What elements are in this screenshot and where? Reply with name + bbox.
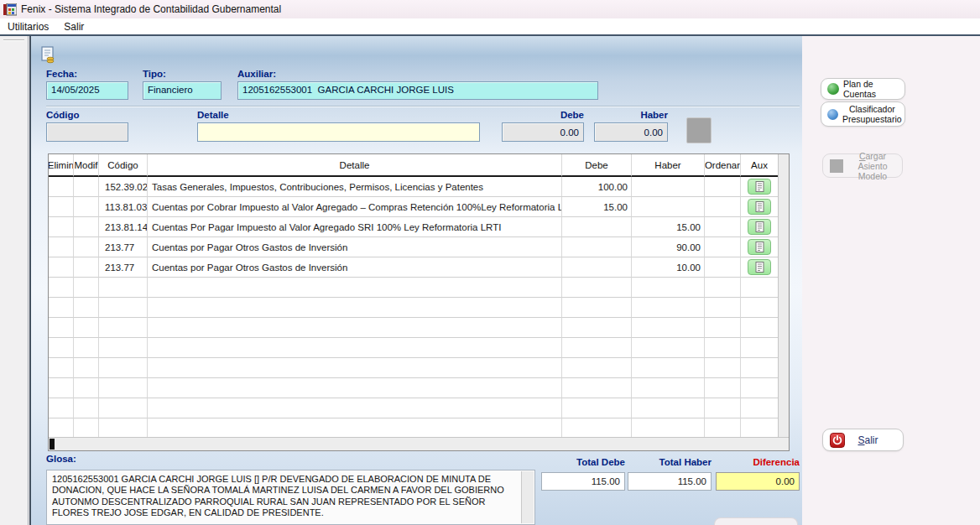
salir-label: Salir bbox=[845, 434, 903, 446]
codigo-cell: 213.81.14 bbox=[99, 217, 148, 237]
empty-table-row[interactable] bbox=[49, 398, 779, 418]
fecha-input[interactable]: 14/05/2025 bbox=[46, 81, 128, 100]
debe-input[interactable]: 0.00 bbox=[502, 122, 584, 142]
haber-cell: 10.00 bbox=[632, 257, 705, 278]
aux-button[interactable] bbox=[748, 219, 771, 235]
modif-cell[interactable] bbox=[74, 257, 99, 278]
blue-sphere-icon bbox=[827, 109, 838, 120]
empty-table-row[interactable] bbox=[49, 278, 779, 298]
app-icon bbox=[3, 3, 17, 16]
modif-cell[interactable] bbox=[74, 237, 99, 257]
power-icon bbox=[830, 433, 845, 448]
glosa-scrollbar[interactable] bbox=[521, 471, 534, 523]
auxiliar-input[interactable]: 1205162553001 GARCIA CARCHI JORGE LUIS bbox=[237, 81, 598, 100]
ordenar-cell[interactable] bbox=[705, 217, 741, 237]
debe-cell bbox=[562, 237, 632, 257]
aux-cell bbox=[741, 177, 778, 197]
codigo-cell: 213.77 bbox=[99, 237, 148, 257]
header-aux: Aux bbox=[741, 154, 778, 177]
aux-button[interactable] bbox=[748, 199, 771, 215]
cargar-asiento-modelo-button[interactable]: Cargar Asiento Modelo bbox=[822, 153, 903, 178]
app-window: Fenix - Sistema Integrado de Contabilida… bbox=[0, 0, 980, 525]
table-row[interactable]: 213.81.14 Cuentas Por Pagar Impuesto al … bbox=[49, 217, 779, 237]
table-row[interactable]: 152.39.02 Tasas Generales, Impuestos, Co… bbox=[49, 177, 779, 197]
ordenar-cell[interactable] bbox=[705, 237, 741, 257]
separator-line bbox=[46, 106, 800, 107]
detalle-label: Detalle bbox=[197, 110, 229, 120]
menu-utilitarios[interactable]: Utilitarios bbox=[0, 19, 56, 34]
detalle-cell: Cuentas por Cobrar Impuesto al Valor Agr… bbox=[148, 197, 562, 217]
haber-cell: 90.00 bbox=[632, 237, 705, 257]
header-codigo: Código bbox=[99, 154, 148, 177]
table-vertical-scrollbar[interactable] bbox=[778, 154, 789, 438]
header-detalle: Detalle bbox=[148, 154, 562, 177]
glosa-textarea[interactable]: 1205162553001 GARCIA CARCHI JORGE LUIS [… bbox=[46, 470, 535, 525]
debe-cell bbox=[562, 257, 632, 278]
gray-square-icon bbox=[830, 159, 843, 173]
haber-input[interactable]: 0.00 bbox=[594, 122, 668, 142]
total-haber-label: Total Haber bbox=[628, 457, 712, 467]
empty-table-row[interactable] bbox=[49, 378, 779, 398]
menubar: Utilitarios Salir bbox=[0, 18, 980, 34]
glosa-label: Glosa: bbox=[46, 454, 76, 464]
codigo-label: Código bbox=[46, 110, 80, 120]
detalle-cell: Cuentas por Pagar Otros Gastos de Invers… bbox=[148, 257, 562, 278]
empty-table-row[interactable] bbox=[49, 358, 779, 378]
entries-table: Elimin Modif Código Detalle Debe Haber O… bbox=[48, 153, 790, 451]
elimin-cell[interactable] bbox=[49, 197, 74, 217]
elimin-cell[interactable] bbox=[49, 177, 74, 197]
diferencia-label: Diferencia bbox=[716, 457, 800, 467]
modif-cell[interactable] bbox=[74, 217, 99, 237]
empty-table-row[interactable] bbox=[49, 418, 779, 439]
ordenar-cell[interactable] bbox=[705, 177, 741, 197]
aux-cell bbox=[741, 257, 778, 278]
diferencia-field: 0.00 bbox=[716, 472, 800, 491]
salir-button[interactable]: Salir bbox=[822, 429, 904, 451]
plan-de-cuentas-button[interactable]: Plan de Cuentas bbox=[821, 78, 905, 100]
glosa-text: 1205162553001 GARCIA CARCHI JORGE LUIS [… bbox=[52, 474, 504, 517]
debe-cell: 100.00 bbox=[562, 177, 632, 197]
empty-table-row[interactable] bbox=[49, 298, 779, 318]
aux-button[interactable] bbox=[748, 179, 771, 195]
add-entry-button[interactable] bbox=[686, 117, 712, 143]
cutoff-button[interactable] bbox=[714, 517, 798, 525]
modif-cell[interactable] bbox=[74, 197, 99, 217]
empty-table-row[interactable] bbox=[49, 318, 779, 338]
green-sphere-icon bbox=[827, 83, 839, 95]
table-row[interactable]: 213.77 Cuentas por Pagar Otros Gastos de… bbox=[49, 237, 779, 257]
fecha-label: Fecha: bbox=[46, 69, 77, 79]
debe-cell: 15.00 bbox=[562, 197, 632, 217]
aux-button[interactable] bbox=[748, 239, 771, 255]
aux-cell bbox=[741, 237, 778, 257]
aux-cell bbox=[741, 197, 778, 217]
codigo-input[interactable] bbox=[46, 122, 128, 142]
haber-cell bbox=[632, 177, 705, 197]
detalle-cell: Tasas Generales, Impuestos, Contribucion… bbox=[148, 177, 562, 197]
table-horizontal-scrollbar[interactable] bbox=[49, 437, 789, 450]
plan-de-cuentas-label: Plan de Cuentas bbox=[843, 79, 904, 99]
aux-button[interactable] bbox=[748, 259, 771, 275]
empty-table-row[interactable] bbox=[49, 338, 779, 358]
menu-salir[interactable]: Salir bbox=[56, 19, 91, 34]
elimin-cell[interactable] bbox=[49, 257, 74, 278]
ordenar-cell[interactable] bbox=[705, 257, 741, 278]
ordenar-cell[interactable] bbox=[705, 197, 741, 217]
elimin-cell[interactable] bbox=[49, 217, 74, 237]
clasificador-presupuestario-button[interactable]: Clasificador Presupuestario bbox=[821, 101, 905, 127]
aux-cell bbox=[741, 217, 778, 237]
splitter-handle[interactable] bbox=[3, 39, 24, 41]
table-header-row: Elimin Modif Código Detalle Debe Haber O… bbox=[49, 154, 779, 177]
table-row[interactable]: 113.81.03 Cuentas por Cobrar Impuesto al… bbox=[49, 197, 779, 217]
scrollbar-thumb[interactable] bbox=[50, 439, 55, 450]
detalle-input[interactable] bbox=[197, 122, 480, 142]
new-entry-icon[interactable] bbox=[39, 46, 57, 65]
left-dock-strip bbox=[0, 36, 29, 525]
haber-cell: 15.00 bbox=[632, 217, 705, 237]
titlebar: Fenix - Sistema Integrado de Contabilida… bbox=[0, 0, 980, 18]
elimin-cell[interactable] bbox=[49, 237, 74, 257]
cargar-asiento-label: Cargar Asiento Modelo bbox=[848, 151, 902, 181]
table-row[interactable]: 213.77 Cuentas por Pagar Otros Gastos de… bbox=[49, 257, 779, 278]
tipo-input[interactable]: Financiero bbox=[143, 81, 222, 100]
modif-cell[interactable] bbox=[74, 177, 99, 197]
header-ordenar: Ordenar bbox=[705, 154, 741, 177]
